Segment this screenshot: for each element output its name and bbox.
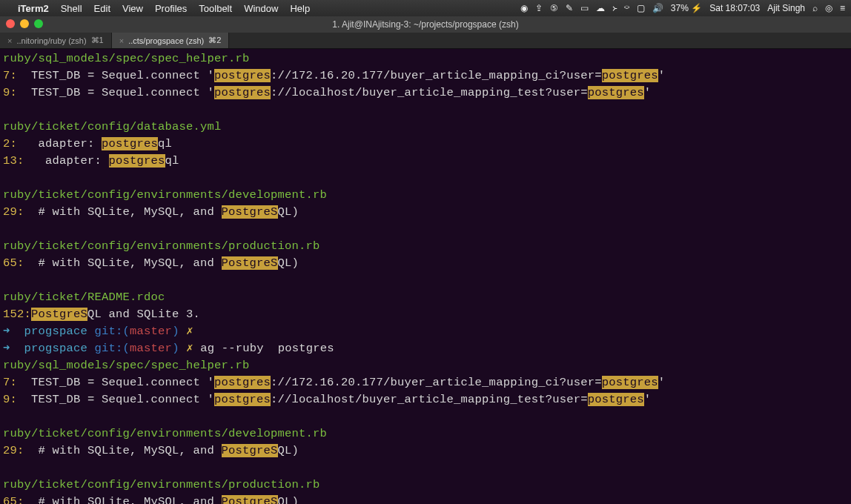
file-path: ruby/sql_models/spec/spec_helper.rb bbox=[3, 52, 250, 65]
result-line: 29: # with SQLite, MySQL, and PostgreSQL… bbox=[3, 442, 848, 460]
tab-shortcut: ⌘1 bbox=[91, 36, 104, 45]
volume-icon[interactable]: 🔊 bbox=[652, 3, 663, 13]
app-name[interactable]: iTerm2 bbox=[18, 3, 49, 14]
user-name[interactable]: Ajit Singh bbox=[767, 3, 805, 13]
tab-1[interactable]: × ..nitoring/ruby (zsh) ⌘1 bbox=[0, 33, 112, 48]
prompt-line: ➜ progspace git:(master) ✗ bbox=[3, 323, 848, 340]
clock[interactable]: Sat 18:07:03 bbox=[709, 3, 760, 13]
result-line: 65: # with SQLite, MySQL, and PostgreSQL… bbox=[3, 255, 848, 272]
menu-profiles[interactable]: Profiles bbox=[155, 3, 187, 14]
result-line: 65: # with SQLite, MySQL, and PostgreSQL… bbox=[3, 494, 848, 504]
siri-icon[interactable]: ◎ bbox=[825, 3, 832, 13]
window-controls bbox=[6, 19, 43, 28]
spotlight-icon[interactable]: ⌕ bbox=[812, 3, 818, 13]
cloud-icon[interactable]: ☁ bbox=[596, 3, 605, 13]
result-line: 7: TEST_DB = Sequel.connect 'postgres://… bbox=[3, 374, 848, 391]
close-window-button[interactable] bbox=[6, 19, 15, 28]
prompt-line: ➜ progspace git:(master) ✗ ag --ruby pos… bbox=[3, 340, 848, 357]
result-line: 13: adapter: postgresql bbox=[3, 153, 848, 170]
shield-icon[interactable]: ⑤ bbox=[550, 3, 558, 13]
box-icon[interactable]: ▭ bbox=[580, 3, 589, 13]
record-icon[interactable]: ◉ bbox=[520, 3, 528, 13]
minimize-window-button[interactable] bbox=[20, 19, 29, 28]
result-line: 7: TEST_DB = Sequel.connect 'postgres://… bbox=[3, 67, 848, 84]
tab-shortcut: ⌘2 bbox=[208, 36, 221, 45]
result-line: 2: adapter: postgresql bbox=[3, 136, 848, 153]
menu-toolbelt[interactable]: Toolbelt bbox=[199, 3, 232, 14]
tab-label: ..cts/progspace (zsh) bbox=[128, 36, 204, 45]
menu-view[interactable]: View bbox=[122, 3, 143, 14]
result-line: 9: TEST_DB = Sequel.connect 'postgres://… bbox=[3, 391, 848, 408]
notifications-icon[interactable]: ≡ bbox=[840, 3, 845, 13]
close-icon[interactable]: × bbox=[119, 36, 124, 45]
file-path: ruby/sql_models/spec/spec_helper.rb bbox=[3, 359, 250, 372]
file-path: ruby/ticket/config/database.yml bbox=[3, 120, 222, 133]
file-path: ruby/ticket/README.rdoc bbox=[3, 291, 165, 304]
battery-percent[interactable]: 37% ⚡ bbox=[671, 3, 702, 13]
tab-bar: × ..nitoring/ruby (zsh) ⌘1 × ..cts/progs… bbox=[0, 33, 851, 49]
bluetooth-icon[interactable]: ᚛ bbox=[612, 3, 617, 13]
menubar-right: ◉ ⇪ ⑤ ✎ ▭ ☁ ᚛ ⌔ ▢ 🔊 37% ⚡ Sat 18:07:03 A… bbox=[520, 3, 845, 13]
close-icon[interactable]: × bbox=[7, 36, 12, 45]
file-path: ruby/ticket/config/environments/developm… bbox=[3, 188, 327, 202]
file-path: ruby/ticket/config/environments/producti… bbox=[3, 239, 320, 253]
terminal-output[interactable]: ruby/sql_models/spec/spec_helper.rb7: TE… bbox=[0, 49, 851, 504]
menu-edit[interactable]: Edit bbox=[94, 3, 110, 14]
dropbox-icon[interactable]: ⇪ bbox=[535, 3, 543, 13]
window-title: 1. Ajit@INAjitsing-3: ~/projects/progspa… bbox=[332, 19, 518, 30]
menu-window[interactable]: Window bbox=[244, 3, 278, 14]
wifi-icon[interactable]: ⌔ bbox=[624, 3, 629, 13]
result-line: 9: TEST_DB = Sequel.connect 'postgres://… bbox=[3, 84, 848, 102]
tab-2[interactable]: × ..cts/progspace (zsh) ⌘2 bbox=[112, 33, 230, 48]
menubar-left: iTerm2 Shell Edit View Profiles Toolbelt… bbox=[6, 3, 310, 14]
window-titlebar: 1. Ajit@INAjitsing-3: ~/projects/progspa… bbox=[0, 16, 851, 33]
zoom-window-button[interactable] bbox=[34, 19, 43, 28]
result-line: 29: # with SQLite, MySQL, and PostgreSQL… bbox=[3, 204, 848, 221]
file-path: ruby/ticket/config/environments/developm… bbox=[3, 427, 327, 440]
airplay-icon[interactable]: ▢ bbox=[637, 3, 645, 13]
tab-label: ..nitoring/ruby (zsh) bbox=[16, 36, 86, 45]
macos-menubar: iTerm2 Shell Edit View Profiles Toolbelt… bbox=[0, 0, 851, 16]
result-line: 152:PostgreSQL and SQLite 3. bbox=[3, 306, 848, 323]
evernote-icon[interactable]: ✎ bbox=[566, 3, 573, 13]
menu-help[interactable]: Help bbox=[290, 3, 310, 14]
file-path: ruby/ticket/config/environments/producti… bbox=[3, 478, 320, 491]
menu-shell[interactable]: Shell bbox=[61, 3, 82, 14]
